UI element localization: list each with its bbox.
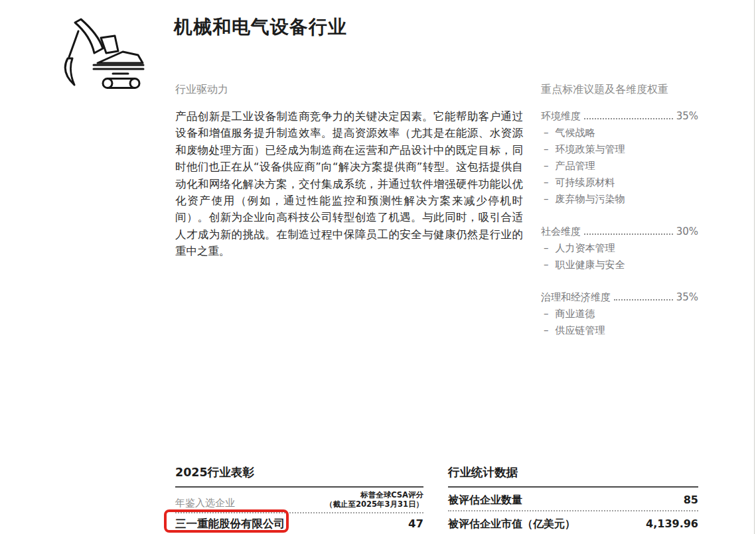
weights-heading: 重点标准议题及各维度权重 bbox=[541, 83, 698, 96]
company-score: 47 bbox=[408, 517, 423, 531]
item-label: 供应链管理 bbox=[556, 322, 605, 339]
list-item: –供应链管理 bbox=[541, 322, 698, 339]
dash-marker: – bbox=[544, 306, 549, 322]
stat-label: 被评估企业数量 bbox=[448, 494, 522, 507]
page-edge-divider bbox=[754, 0, 755, 534]
table-row: 被评估企业数量 85 bbox=[448, 488, 698, 511]
dimension-label: 环境维度 bbox=[541, 108, 581, 125]
dimension-label: 社会维度 bbox=[541, 224, 581, 240]
stat-value: 85 bbox=[684, 494, 698, 507]
page-title: 机械和电气设备行业 bbox=[174, 16, 347, 38]
dimension-row: 环境维度 35% bbox=[541, 108, 698, 125]
item-label: 可持续原材料 bbox=[556, 174, 615, 191]
dimension-items: –气候战略 –环境政策与管理 –产品管理 –可持续原材料 –废弃物与污染物 bbox=[541, 125, 698, 208]
dot-leader bbox=[584, 118, 673, 119]
dimension-weight: 35% bbox=[676, 289, 698, 306]
dash-marker: – bbox=[544, 191, 549, 208]
list-item: –环境政策与管理 bbox=[541, 141, 698, 158]
item-label: 产品管理 bbox=[556, 158, 595, 174]
dash-marker: – bbox=[544, 141, 549, 158]
dimension-environment: 环境维度 35% –气候战略 –环境政策与管理 –产品管理 –可持续原材料 –废… bbox=[541, 108, 698, 208]
item-label: 职业健康与安全 bbox=[556, 257, 625, 273]
drivers-heading: 行业驱动力 bbox=[175, 83, 228, 96]
dimension-weight: 35% bbox=[676, 108, 698, 125]
csa-score-header: 标普全球CSA评分 （截止至2025年3月31日） bbox=[325, 491, 423, 509]
dash-marker: – bbox=[544, 257, 549, 273]
dimension-weight: 30% bbox=[676, 224, 698, 240]
recognition-table: 2025行业表彰 年鉴入选企业 标普全球CSA评分 （截止至2025年3月31日… bbox=[175, 464, 423, 534]
dimension-row: 社会维度 30% bbox=[541, 224, 698, 240]
list-item: –可持续原材料 bbox=[541, 174, 698, 191]
dash-marker: – bbox=[544, 174, 549, 191]
table-row: 被评估企业市值（亿美元） 4,139.96 bbox=[448, 511, 698, 534]
dash-marker: – bbox=[544, 125, 549, 141]
item-label: 气候战略 bbox=[556, 125, 595, 141]
dimension-label: 治理和经济维度 bbox=[541, 289, 611, 306]
excavator-icon bbox=[62, 11, 145, 89]
stat-value: 4,139.96 bbox=[646, 517, 698, 531]
item-label: 人力资本管理 bbox=[556, 240, 615, 257]
list-item: –人力资本管理 bbox=[541, 240, 698, 257]
recognition-header-row: 年鉴入选企业 标普全球CSA评分 （截止至2025年3月31日） bbox=[175, 488, 423, 513]
dimension-governance: 治理和经济维度 35% –商业道德 –供应链管理 bbox=[541, 289, 698, 339]
list-item: –气候战略 bbox=[541, 125, 698, 141]
dot-leader bbox=[584, 234, 673, 235]
dimension-row: 治理和经济维度 35% bbox=[541, 289, 698, 306]
dimension-items: –商业道德 –供应链管理 bbox=[541, 306, 698, 339]
list-item: –职业健康与安全 bbox=[541, 257, 698, 273]
dimension-items: –人力资本管理 –职业健康与安全 bbox=[541, 240, 698, 273]
stat-label: 被评估企业市值（亿美元） bbox=[448, 517, 575, 531]
dash-marker: – bbox=[544, 322, 549, 339]
dot-leader bbox=[614, 299, 673, 300]
dash-marker: – bbox=[544, 158, 549, 174]
list-item: –废弃物与污染物 bbox=[541, 191, 698, 208]
weights-panel: 重点标准议题及各维度权重 环境维度 35% –气候战略 –环境政策与管理 –产品… bbox=[541, 83, 698, 355]
item-label: 废弃物与污染物 bbox=[556, 191, 625, 208]
list-item: –产品管理 bbox=[541, 158, 698, 174]
yearbook-column-label: 年鉴入选企业 bbox=[175, 497, 235, 509]
item-label: 环境政策与管理 bbox=[556, 141, 625, 158]
statistics-table: 行业统计数据 被评估企业数量 85 被评估企业市值（亿美元） 4,139.96 bbox=[448, 464, 698, 534]
csa-score-header-line2: （截止至2025年3月31日） bbox=[325, 500, 423, 509]
statistics-heading: 行业统计数据 bbox=[448, 464, 698, 480]
dimension-social: 社会维度 30% –人力资本管理 –职业健康与安全 bbox=[541, 224, 698, 273]
dash-marker: – bbox=[544, 240, 549, 257]
drivers-paragraph: 产品创新是工业设备制造商竞争力的关键决定因素。它能帮助客户通过设备和增值服务提升… bbox=[175, 108, 523, 260]
csa-score-header-line1: 标普全球CSA评分 bbox=[360, 490, 423, 500]
company-name[interactable]: 三一重能股份有限公司 bbox=[175, 517, 285, 531]
table-row: 三一重能股份有限公司 47 bbox=[175, 513, 423, 534]
item-label: 商业道德 bbox=[556, 306, 595, 322]
list-item: –商业道德 bbox=[541, 306, 698, 322]
recognition-heading: 2025行业表彰 bbox=[175, 464, 423, 480]
